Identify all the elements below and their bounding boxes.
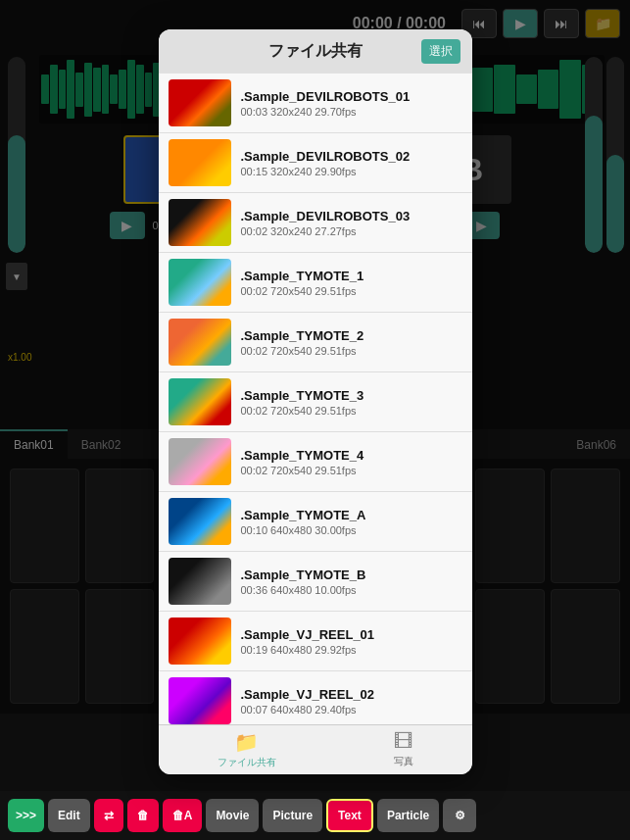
- file-info: .Sample_VJ_REEL_0200:07 640x480 29.40fps: [241, 687, 375, 716]
- file-item[interactable]: .Sample_DEVILROBOTS_0100:03 320x240 29.7…: [159, 74, 472, 133]
- file-item[interactable]: .Sample_DEVILROBOTS_0200:15 320x240 29.9…: [159, 133, 472, 193]
- file-info: .Sample_TYMOTE_A00:10 640x480 30.00fps: [241, 508, 366, 536]
- file-item[interactable]: .Sample_TYMOTE_200:02 720x540 29.51fps: [159, 313, 472, 372]
- file-item[interactable]: .Sample_TYMOTE_100:02 720x540 29.51fps: [159, 253, 472, 313]
- file-thumbnail: [169, 498, 231, 545]
- text-button[interactable]: Text: [326, 799, 373, 832]
- bottom-toolbar: >>> Edit ⇄ 🗑 🗑A Movie Picture Text Parti…: [0, 791, 630, 840]
- file-name: .Sample_VJ_REEL_02: [241, 687, 375, 702]
- file-meta: 00:02 320x240 27.27fps: [241, 225, 411, 237]
- file-meta: 00:19 640x480 29.92fps: [241, 644, 375, 656]
- gear-button[interactable]: ⚙: [443, 799, 476, 832]
- file-item[interactable]: .Sample_TYMOTE_A00:10 640x480 30.00fps: [159, 492, 472, 552]
- file-item[interactable]: .Sample_TYMOTE_B00:36 640x480 10.00fps: [159, 552, 472, 612]
- file-name: .Sample_TYMOTE_A: [241, 508, 366, 522]
- file-name: .Sample_TYMOTE_3: [241, 388, 364, 403]
- file-info: .Sample_VJ_REEL_0100:19 640x480 29.92fps: [241, 627, 375, 656]
- gear-icon: ⚙: [455, 809, 465, 822]
- file-name: .Sample_DEVILROBOTS_02: [241, 149, 411, 164]
- file-thumbnail: [169, 259, 231, 306]
- file-thumbnail: [169, 79, 231, 126]
- file-meta: 00:10 640x480 30.00fps: [241, 524, 366, 536]
- modal-header: ファイル共有 選択: [159, 29, 472, 74]
- trash-button[interactable]: 🗑: [127, 799, 159, 832]
- file-name: .Sample_TYMOTE_1: [241, 269, 364, 283]
- film-nav-icon: 🎞: [394, 730, 413, 753]
- modal-nav-photos[interactable]: 🎞 写真: [378, 726, 429, 772]
- swap-button[interactable]: ⇄: [94, 799, 123, 832]
- file-info: .Sample_TYMOTE_100:02 720x540 29.51fps: [241, 269, 364, 297]
- file-thumbnail: [169, 677, 231, 724]
- file-info: .Sample_TYMOTE_400:02 720x540 29.51fps: [241, 448, 364, 476]
- picture-button[interactable]: Picture: [263, 799, 322, 832]
- file-info: .Sample_TYMOTE_200:02 720x540 29.51fps: [241, 328, 364, 357]
- file-meta: 00:07 640x480 29.40fps: [241, 704, 375, 716]
- file-share-modal: ファイル共有 選択 .Sample_DEVILROBOTS_0100:03 32…: [159, 29, 472, 774]
- modal-close-button[interactable]: 選択: [421, 39, 460, 64]
- forward-button[interactable]: >>>: [8, 799, 44, 832]
- file-thumbnail: [169, 199, 231, 246]
- file-info: .Sample_TYMOTE_300:02 720x540 29.51fps: [241, 388, 364, 417]
- file-meta: 00:02 720x540 29.51fps: [241, 465, 364, 476]
- particle-button[interactable]: Particle: [377, 799, 439, 832]
- file-name: .Sample_DEVILROBOTS_01: [241, 89, 411, 104]
- file-info: .Sample_DEVILROBOTS_0200:15 320x240 29.9…: [241, 149, 411, 177]
- file-name: .Sample_TYMOTE_4: [241, 448, 364, 463]
- trash-a-button[interactable]: 🗑A: [163, 799, 203, 832]
- file-info: .Sample_DEVILROBOTS_0100:03 320x240 29.7…: [241, 89, 411, 118]
- modal-title: ファイル共有: [268, 41, 363, 62]
- file-item[interactable]: .Sample_TYMOTE_400:02 720x540 29.51fps: [159, 432, 472, 492]
- file-meta: 00:02 720x540 29.51fps: [241, 405, 364, 417]
- file-name: .Sample_TYMOTE_2: [241, 328, 364, 343]
- file-thumbnail: [169, 139, 231, 186]
- modal-overlay: ファイル共有 選択 .Sample_DEVILROBOTS_0100:03 32…: [0, 0, 630, 791]
- file-item[interactable]: .Sample_DEVILROBOTS_0300:02 320x240 27.2…: [159, 193, 472, 253]
- file-info: .Sample_DEVILROBOTS_0300:02 320x240 27.2…: [241, 209, 411, 237]
- file-name: .Sample_TYMOTE_B: [241, 568, 366, 582]
- file-thumbnail: [169, 378, 231, 425]
- file-meta: 00:02 720x540 29.51fps: [241, 285, 364, 297]
- file-meta: 00:36 640x480 10.00fps: [241, 584, 366, 596]
- file-thumbnail: [169, 319, 231, 366]
- modal-bottom-nav: 📁 ファイル共有 🎞 写真: [159, 724, 472, 774]
- file-item[interactable]: .Sample_VJ_REEL_0200:07 640x480 29.40fps: [159, 671, 472, 724]
- modal-nav-files-label: ファイル共有: [218, 756, 276, 769]
- file-name: .Sample_DEVILROBOTS_03: [241, 209, 411, 223]
- file-list: .Sample_DEVILROBOTS_0100:03 320x240 29.7…: [159, 74, 472, 724]
- modal-nav-photos-label: 写真: [394, 755, 413, 768]
- modal-nav-files[interactable]: 📁 ファイル共有: [202, 726, 292, 773]
- file-meta: 00:02 720x540 29.51fps: [241, 345, 364, 357]
- movie-button[interactable]: Movie: [206, 799, 259, 832]
- file-item[interactable]: .Sample_TYMOTE_300:02 720x540 29.51fps: [159, 372, 472, 432]
- file-item[interactable]: .Sample_VJ_REEL_0100:19 640x480 29.92fps: [159, 612, 472, 671]
- file-meta: 00:15 320x240 29.90fps: [241, 166, 411, 177]
- file-info: .Sample_TYMOTE_B00:36 640x480 10.00fps: [241, 568, 366, 596]
- file-thumbnail: [169, 558, 231, 605]
- folder-nav-icon: 📁: [234, 730, 259, 754]
- file-meta: 00:03 320x240 29.70fps: [241, 106, 411, 118]
- file-thumbnail: [169, 618, 231, 665]
- file-name: .Sample_VJ_REEL_01: [241, 627, 375, 642]
- file-thumbnail: [169, 438, 231, 485]
- edit-button[interactable]: Edit: [48, 799, 90, 832]
